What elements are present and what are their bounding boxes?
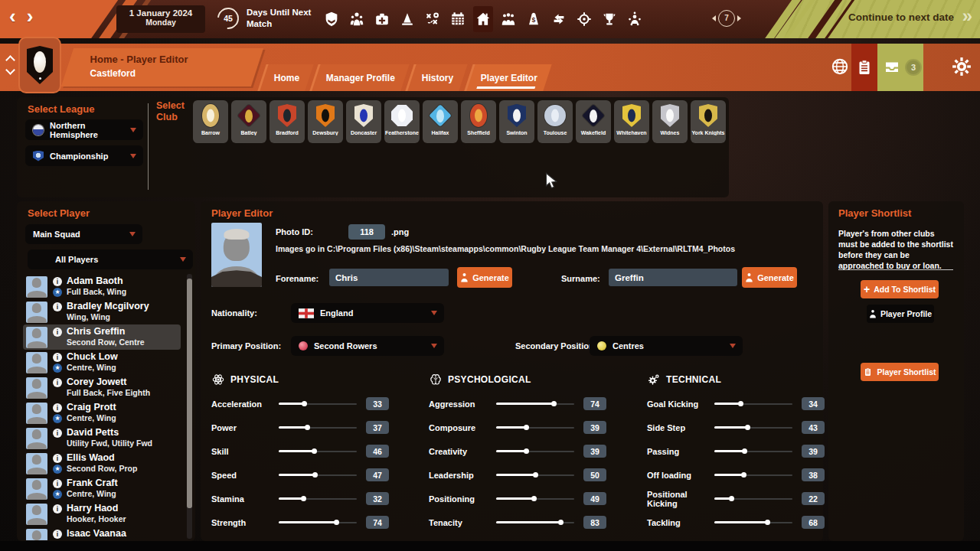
- club-tile-swinton[interactable]: Swinton: [499, 100, 534, 143]
- player-row[interactable]: iCorey JowettFull Back, Five Eighth: [23, 375, 181, 400]
- club-tile-featherstone[interactable]: Featherstone: [384, 100, 420, 143]
- attribute-slider[interactable]: [496, 494, 574, 504]
- info-icon[interactable]: i: [53, 530, 62, 539]
- club-tile-york-knights[interactable]: York Knights: [691, 100, 726, 143]
- game-speed-control[interactable]: 7: [712, 10, 741, 27]
- info-icon[interactable]: i: [53, 378, 62, 387]
- club-tile-wakefield[interactable]: Wakefield: [576, 100, 611, 143]
- player-row[interactable]: iChuck Low★Centre, Wing: [23, 350, 181, 375]
- primary-position-dropdown[interactable]: Second Rowers: [291, 336, 444, 356]
- attribute-slider[interactable]: [496, 518, 574, 527]
- calendar-icon[interactable]: [448, 6, 468, 32]
- history-nav[interactable]: ‹›: [9, 5, 44, 28]
- training-cone-icon[interactable]: [397, 6, 417, 32]
- attribute-slider[interactable]: [496, 447, 574, 456]
- attribute-slider[interactable]: [279, 399, 357, 409]
- player-profile-button[interactable]: Player Profile: [867, 305, 934, 323]
- player-row[interactable]: iCraig Prott★Centre, Wing: [23, 400, 181, 425]
- home-icon[interactable]: [473, 6, 493, 32]
- hemisphere-dropdown[interactable]: Northern Hemisphere: [25, 119, 143, 140]
- club-people-icon[interactable]: [625, 6, 645, 32]
- speed-down-icon[interactable]: [712, 15, 716, 21]
- surname-field[interactable]: [609, 269, 737, 286]
- medical-icon[interactable]: [372, 6, 392, 32]
- player-row[interactable]: iChris GreffinSecond Row, Centre: [23, 324, 181, 350]
- forename-field[interactable]: [329, 269, 449, 286]
- generate-forename-button[interactable]: Generate: [457, 267, 512, 288]
- club-tile-whitehaven[interactable]: Whitehaven: [614, 100, 649, 143]
- fixtures-clipboard-icon[interactable]: [851, 44, 877, 91]
- chevron-up-icon[interactable]: [5, 55, 15, 65]
- scrollbar-thumb[interactable]: [187, 279, 192, 508]
- attribute-slider[interactable]: [496, 471, 574, 480]
- info-icon[interactable]: i: [53, 302, 62, 311]
- transfers-icon[interactable]: [549, 6, 569, 32]
- tab-manager-profile[interactable]: Manager Profile: [310, 64, 410, 91]
- tactics-icon[interactable]: [423, 6, 443, 32]
- attribute-slider[interactable]: [714, 423, 792, 432]
- scouting-icon[interactable]: [574, 6, 594, 32]
- club-crest[interactable]: [18, 37, 61, 93]
- attribute-slider[interactable]: [496, 399, 574, 409]
- shield-icon[interactable]: [322, 6, 341, 32]
- player-row[interactable]: iEllis Waod★Second Row, Prop: [23, 451, 181, 476]
- inbox-button[interactable]: 3: [877, 44, 923, 91]
- world-globe-icon[interactable]: [830, 57, 850, 77]
- generate-surname-button[interactable]: Generate: [742, 267, 797, 288]
- add-to-shortlist-button[interactable]: + Add To Shortlist: [861, 280, 939, 298]
- attribute-slider[interactable]: [279, 423, 357, 432]
- continue-chevrons-icon[interactable]: »: [962, 5, 972, 27]
- back-chevron-icon[interactable]: ‹: [9, 5, 27, 28]
- attribute-slider[interactable]: [714, 471, 792, 480]
- club-tile-widnes[interactable]: Widnes: [652, 100, 688, 143]
- info-icon[interactable]: i: [53, 479, 62, 488]
- staff-icon[interactable]: [498, 6, 518, 32]
- player-row[interactable]: iBradley McgilvoryWing, Wing: [23, 299, 181, 324]
- info-icon[interactable]: i: [53, 504, 62, 514]
- player-list-scrollbar[interactable]: [187, 274, 192, 539]
- continue-button[interactable]: Continue to next date: [848, 11, 954, 23]
- club-tile-doncaster[interactable]: Doncaster: [346, 100, 381, 143]
- club-tile-dewsbury[interactable]: Dewsbury: [308, 100, 343, 143]
- tab-history[interactable]: History: [406, 64, 469, 91]
- trophy-icon[interactable]: [599, 6, 619, 32]
- info-icon[interactable]: i: [53, 429, 62, 438]
- nationality-dropdown[interactable]: England: [291, 303, 444, 323]
- club-tile-barrow[interactable]: Barrow: [193, 100, 228, 143]
- secondary-position-dropdown[interactable]: Centres: [590, 336, 743, 356]
- squad-filter-dropdown[interactable]: Main Squad: [25, 224, 142, 244]
- player-filter-dropdown[interactable]: All Players: [28, 249, 193, 269]
- info-icon[interactable]: i: [53, 403, 62, 412]
- club-tile-halifax[interactable]: Halifax: [423, 100, 458, 143]
- attribute-slider[interactable]: [279, 471, 357, 480]
- finances-icon[interactable]: $: [524, 6, 544, 32]
- tab-home[interactable]: Home: [257, 64, 314, 91]
- club-tile-batley[interactable]: Batley: [231, 100, 266, 143]
- speed-up-icon[interactable]: [737, 15, 741, 21]
- panel-collapse-control[interactable]: [7, 57, 14, 73]
- club-tile-toulouse[interactable]: Toulouse: [537, 100, 573, 143]
- attribute-slider[interactable]: [714, 518, 792, 527]
- info-icon[interactable]: i: [53, 353, 62, 362]
- attribute-slider[interactable]: [714, 494, 792, 504]
- attribute-slider[interactable]: [714, 447, 792, 456]
- info-icon[interactable]: i: [53, 328, 62, 337]
- info-icon[interactable]: i: [53, 277, 62, 286]
- player-row[interactable]: iDavid PettsUtility Fwd, Utility Fwd: [23, 425, 181, 451]
- forward-chevron-icon[interactable]: ›: [27, 5, 44, 28]
- settings-gear-icon[interactable]: [951, 56, 972, 77]
- player-row[interactable]: iIsaac Vaanaa: [23, 527, 181, 540]
- attribute-slider[interactable]: [496, 423, 574, 432]
- club-tile-bradford[interactable]: Bradford: [270, 100, 305, 143]
- chevron-down-icon[interactable]: [5, 65, 15, 75]
- club-tile-sheffield[interactable]: Sheffield: [461, 100, 496, 143]
- tab-player-editor[interactable]: Player Editor: [464, 64, 551, 91]
- attribute-slider[interactable]: [279, 447, 357, 456]
- player-row[interactable]: iFrank Craft★Centre, Wing: [23, 476, 181, 501]
- info-icon[interactable]: i: [53, 454, 62, 463]
- player-row[interactable]: iAdam Baoth★Full Back, Wing: [23, 274, 181, 299]
- attribute-slider[interactable]: [279, 494, 357, 504]
- squad-icon[interactable]: [347, 6, 367, 32]
- attribute-slider[interactable]: [714, 399, 792, 409]
- attribute-slider[interactable]: [279, 518, 357, 527]
